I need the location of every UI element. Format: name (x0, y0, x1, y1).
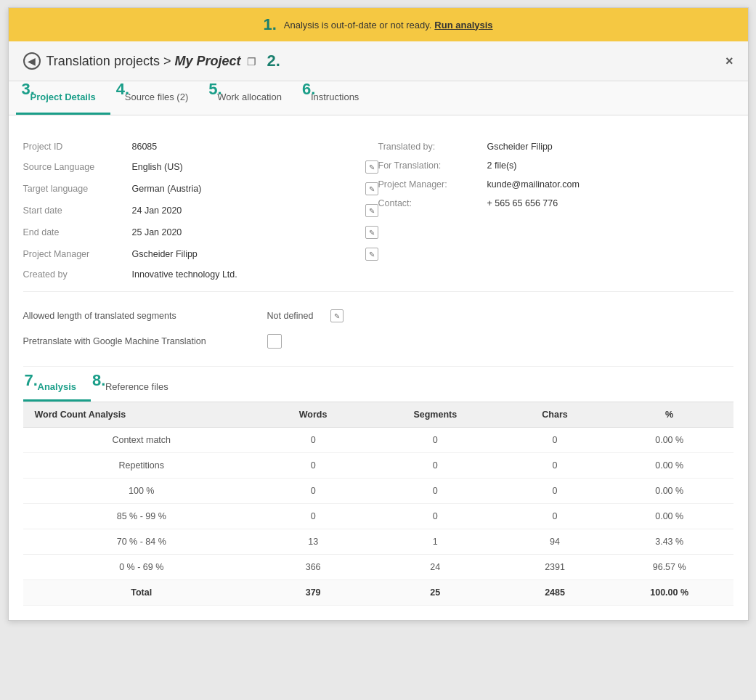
main-content: Project ID 86085 Source Language English… (9, 115, 748, 620)
value-target-language: German (Austria) (132, 184, 359, 194)
col-header-percent: % (606, 402, 733, 428)
header-number: 2. (267, 52, 280, 70)
value-end-date: 25 Jan 2020 (132, 227, 359, 237)
detail-project-id: Project ID 86085 (23, 137, 378, 156)
cell-segments-0: 0 (366, 428, 504, 453)
cell-total-label: Total (23, 580, 260, 606)
cell-segments-3: 0 (366, 504, 504, 529)
cell-label-0: Context match (23, 428, 260, 453)
label-created-by: Created by (23, 269, 132, 280)
detail-target-language: Target language German (Austria) ✎ (23, 178, 378, 200)
col-header-word-count: Word Count Analysis (23, 402, 260, 428)
cell-total-words: 379 (260, 580, 366, 606)
cell-segments-1: 0 (366, 453, 504, 479)
main-tabs: 3. Project Details 4. Source files (2) 5… (9, 81, 748, 115)
project-name-edit-icon[interactable]: ❐ (247, 56, 256, 68)
label-target-language: Target language (23, 184, 132, 194)
tab-instructions[interactable]: 6. Instructions (296, 81, 373, 115)
breadcrumb: Translation projects > My Project ❐ (46, 54, 257, 69)
banner-number: 1. (263, 15, 276, 34)
cell-percent-4: 3.43 % (606, 529, 733, 555)
cell-percent-0: 0.00 % (606, 428, 733, 453)
label-project-manager-right: Project Manager: (378, 179, 487, 190)
details-left-column: Project ID 86085 Source Language English… (23, 130, 378, 291)
back-button[interactable]: ◀ (23, 52, 41, 70)
value-contact: + 565 65 656 776 (487, 198, 733, 208)
value-for-translation: 2 file(s) (487, 160, 733, 171)
label-allowed-length: Allowed length of translated segments (23, 311, 256, 321)
close-button[interactable]: × (725, 54, 733, 69)
setting-allowed-length: Allowed length of translated segments No… (23, 304, 733, 328)
cell-words-3: 0 (260, 504, 366, 529)
col-header-segments: Segments (366, 402, 504, 428)
label-end-date: End date (23, 227, 132, 237)
cell-words-4: 13 (260, 529, 366, 555)
edit-target-language-icon[interactable]: ✎ (365, 182, 378, 195)
detail-project-manager-right: Project Manager: kunde@mailinator.com (378, 175, 733, 194)
sub-tab-reference-files[interactable]: 8. Reference files (91, 374, 183, 402)
detail-project-manager: Project Manager Gscheider Filipp ✎ (23, 243, 378, 265)
value-allowed-length: Not defined (267, 311, 314, 321)
value-project-manager-right: kunde@mailinator.com (487, 179, 733, 190)
value-created-by: Innovative technology Ltd. (132, 269, 378, 280)
cell-segments-4: 1 (366, 529, 504, 555)
pretranslate-checkbox[interactable] (267, 334, 282, 349)
label-project-manager: Project Manager (23, 249, 132, 259)
value-start-date: 24 Jan 2020 (132, 205, 359, 216)
cell-percent-2: 0.00 % (606, 479, 733, 504)
edit-project-manager-icon[interactable]: ✎ (365, 248, 378, 261)
project-name: My Project (174, 54, 240, 68)
cell-percent-1: 0.00 % (606, 453, 733, 479)
edit-allowed-length-icon[interactable]: ✎ (330, 309, 344, 322)
banner-message: Analysis is out-of-date or not ready. (284, 20, 432, 30)
analysis-table: Word Count Analysis Words Segments Chars… (23, 402, 733, 606)
value-project-manager: Gscheider Filipp (132, 249, 359, 259)
cell-words-5: 366 (260, 555, 366, 580)
edit-end-date-icon[interactable]: ✎ (365, 226, 378, 239)
detail-end-date: End date 25 Jan 2020 ✎ (23, 221, 378, 243)
cell-chars-2: 0 (504, 479, 606, 504)
tab-project-details[interactable]: 3. Project Details (16, 81, 110, 115)
cell-words-2: 0 (260, 479, 366, 504)
edit-start-date-icon[interactable]: ✎ (365, 204, 378, 217)
tab-work-allocation[interactable]: 5. Work allocation (203, 81, 296, 115)
value-project-id: 86085 (132, 142, 378, 152)
detail-contact: Contact: + 565 65 656 776 (378, 194, 733, 213)
cell-total-segments: 25 (366, 580, 504, 606)
detail-source-language: Source Language English (US) ✎ (23, 156, 378, 178)
cell-chars-3: 0 (504, 504, 606, 529)
tab-source-files[interactable]: 4. Source files (2) (110, 81, 203, 115)
table-header-row: Word Count Analysis Words Segments Chars… (23, 402, 733, 428)
value-translated-by: Gscheider Filipp (487, 142, 733, 152)
cell-label-4: 70 % - 84 % (23, 529, 260, 555)
cell-chars-5: 2391 (504, 555, 606, 580)
cell-chars-1: 0 (504, 453, 606, 479)
table-row: 100 % 0 0 0 0.00 % (23, 479, 733, 504)
cell-total-percent: 100.00 % (606, 580, 733, 606)
cell-label-3: 85 % - 99 % (23, 504, 260, 529)
detail-created-by: Created by Innovative technology Ltd. (23, 265, 378, 284)
edit-source-language-icon[interactable]: ✎ (365, 160, 378, 174)
label-source-language: Source Language (23, 162, 132, 172)
cell-label-1: Repetitions (23, 453, 260, 479)
col-header-chars: Chars (504, 402, 606, 428)
table-row: 70 % - 84 % 13 1 94 3.43 % (23, 529, 733, 555)
breadcrumb-base: Translation projects > (46, 54, 171, 68)
project-details-grid: Project ID 86085 Source Language English… (23, 130, 733, 291)
main-container: 1. Analysis is out-of-date or not ready.… (8, 7, 749, 621)
analysis-banner: 1. Analysis is out-of-date or not ready.… (9, 8, 748, 41)
cell-total-chars: 2485 (504, 580, 606, 606)
run-analysis-link[interactable]: Run analysis (434, 20, 492, 30)
table-row: 85 % - 99 % 0 0 0 0.00 % (23, 504, 733, 529)
sub-tabs: 7. Analysis 8. Reference files (23, 374, 733, 402)
table-row: 0 % - 69 % 366 24 2391 96.57 % (23, 555, 733, 580)
sub-tab-analysis[interactable]: 7. Analysis (23, 374, 91, 402)
label-for-translation: For Translation: (378, 160, 487, 171)
cell-words-1: 0 (260, 453, 366, 479)
label-contact: Contact: (378, 198, 487, 208)
cell-words-0: 0 (260, 428, 366, 453)
cell-chars-4: 94 (504, 529, 606, 555)
cell-label-5: 0 % - 69 % (23, 555, 260, 580)
detail-start-date: Start date 24 Jan 2020 ✎ (23, 200, 378, 221)
detail-translated-by: Translated by: Gscheider Filipp (378, 137, 733, 156)
